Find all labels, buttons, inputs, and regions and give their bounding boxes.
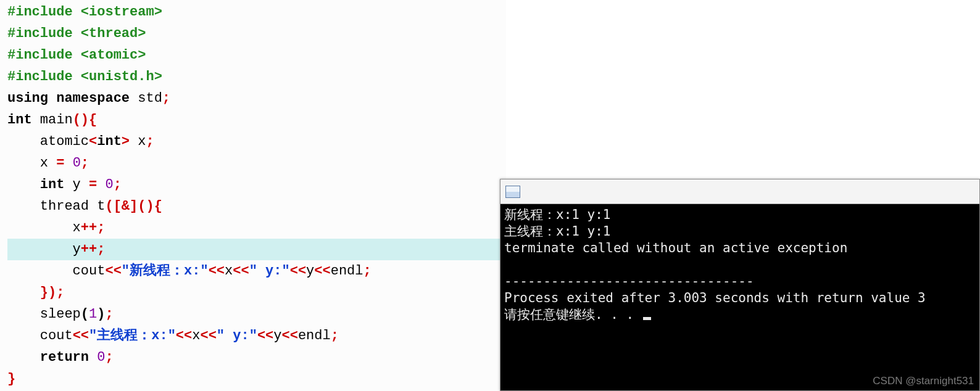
code-token: x bbox=[192, 328, 200, 344]
code-token: int bbox=[7, 112, 32, 128]
code-token: x bbox=[130, 134, 146, 149]
code-line[interactable]: return 0; bbox=[7, 347, 506, 368]
code-token: y bbox=[273, 328, 281, 344]
code-token: (){ bbox=[73, 112, 98, 128]
code-token bbox=[7, 285, 40, 300]
code-line[interactable]: } bbox=[7, 368, 506, 390]
code-token: = bbox=[56, 155, 64, 171]
code-token: ( bbox=[81, 307, 89, 322]
code-line[interactable]: #include <iostream> bbox=[7, 1, 506, 23]
code-line[interactable]: cout<<"主线程：x:"<<x<<" y:"<<y<<endl; bbox=[7, 325, 506, 347]
code-line[interactable]: x++; bbox=[7, 217, 506, 239]
code-token bbox=[64, 155, 72, 171]
code-line[interactable]: using namespace std; bbox=[7, 88, 506, 109]
code-token: ; bbox=[162, 91, 170, 106]
code-token: y bbox=[7, 242, 81, 257]
code-token: x bbox=[225, 263, 233, 279]
code-token: ) bbox=[97, 307, 105, 322]
code-token: " y:" bbox=[217, 328, 257, 344]
code-token: << bbox=[290, 263, 306, 279]
code-token: ; bbox=[146, 134, 154, 149]
cursor-icon bbox=[643, 317, 651, 320]
terminal-line: terminate called without an active excep… bbox=[504, 241, 847, 255]
code-token: std bbox=[130, 91, 162, 106]
code-token: ; bbox=[331, 328, 339, 344]
code-token: << bbox=[200, 328, 216, 344]
code-line[interactable]: }); bbox=[7, 282, 506, 303]
code-line[interactable]: thread t([&](){ bbox=[7, 196, 506, 217]
code-token: ; bbox=[363, 263, 372, 279]
code-token: < bbox=[89, 134, 97, 149]
code-line[interactable]: atomic<int> x; bbox=[7, 131, 506, 152]
code-token bbox=[89, 350, 97, 365]
terminal-line: Process exited after 3.003 seconds with … bbox=[504, 290, 926, 305]
code-line[interactable]: x = 0; bbox=[7, 152, 506, 174]
code-token: ++; bbox=[81, 242, 106, 257]
terminal-titlebar[interactable] bbox=[500, 179, 979, 204]
code-token: ([&](){ bbox=[105, 199, 162, 214]
code-token: } bbox=[7, 371, 15, 387]
code-token: = bbox=[89, 177, 97, 192]
code-line[interactable]: sleep(1); bbox=[7, 303, 506, 325]
code-token: << bbox=[73, 328, 89, 344]
watermark: CSDN @starnight531 bbox=[873, 375, 974, 387]
code-token: << bbox=[209, 263, 225, 279]
code-token: return bbox=[40, 350, 89, 365]
code-editor[interactable]: #include <iostream>#include <thread>#inc… bbox=[0, 0, 506, 391]
code-token: << bbox=[176, 328, 192, 344]
code-token: << bbox=[257, 328, 273, 344]
code-line[interactable]: cout<<"新线程：x:"<<x<<" y:"<<y<<endl; bbox=[7, 260, 506, 282]
code-token: << bbox=[314, 263, 330, 279]
code-line[interactable]: #include <thread> bbox=[7, 23, 506, 44]
code-token: int bbox=[97, 134, 122, 149]
code-token: 0 bbox=[73, 155, 81, 171]
code-token: "主线程：x:" bbox=[89, 328, 176, 344]
code-token: << bbox=[105, 263, 121, 279]
code-token: 0 bbox=[105, 177, 113, 192]
code-token: }); bbox=[40, 285, 65, 300]
terminal-line: 主线程：x:1 y:1 bbox=[504, 224, 611, 239]
code-token: endl bbox=[298, 328, 331, 344]
code-token: << bbox=[281, 328, 297, 344]
code-token: int bbox=[40, 177, 65, 192]
code-token: using namespace bbox=[7, 91, 130, 106]
code-token: << bbox=[233, 263, 249, 279]
code-token: > bbox=[122, 134, 130, 149]
code-token: y bbox=[306, 263, 314, 279]
terminal-app-icon bbox=[505, 186, 520, 198]
code-token: atomic bbox=[7, 134, 89, 149]
code-token: 1 bbox=[89, 307, 97, 322]
code-line[interactable]: int y = 0; bbox=[7, 174, 506, 196]
code-token: main bbox=[32, 112, 73, 128]
code-token bbox=[7, 177, 40, 192]
code-token bbox=[7, 350, 40, 365]
code-token: ; bbox=[81, 155, 89, 171]
terminal-line: 请按任意键继续. . . bbox=[504, 307, 642, 322]
code-token: ++; bbox=[81, 220, 106, 236]
code-token: sleep bbox=[7, 307, 81, 322]
code-token: y bbox=[64, 177, 89, 192]
code-token: " y:" bbox=[249, 263, 290, 279]
code-token: thread t bbox=[7, 199, 105, 214]
code-token: endl bbox=[331, 263, 363, 279]
code-token: #include <thread> bbox=[7, 26, 146, 41]
code-token: "新线程：x:" bbox=[122, 263, 209, 279]
terminal-window: 新线程：x:1 y:1 主线程：x:1 y:1 terminate called… bbox=[500, 179, 980, 391]
code-line[interactable]: #include <atomic> bbox=[7, 44, 506, 66]
code-token bbox=[97, 177, 105, 192]
terminal-output[interactable]: 新线程：x:1 y:1 主线程：x:1 y:1 terminate called… bbox=[500, 204, 979, 390]
code-token: #include <atomic> bbox=[7, 47, 146, 63]
code-token: x bbox=[7, 155, 56, 171]
code-token: cout bbox=[7, 328, 73, 344]
code-token: #include <unistd.h> bbox=[7, 69, 162, 84]
code-token: ; bbox=[105, 307, 113, 322]
code-token: #include <iostream> bbox=[7, 4, 162, 20]
code-line[interactable]: int main(){ bbox=[7, 109, 506, 131]
code-line[interactable]: #include <unistd.h> bbox=[7, 66, 506, 88]
terminal-line: -------------------------------- bbox=[504, 274, 754, 289]
code-token: ; bbox=[114, 177, 122, 192]
code-line[interactable]: y++; bbox=[7, 239, 506, 260]
terminal-line: 新线程：x:1 y:1 bbox=[504, 207, 611, 222]
code-token: 0 bbox=[97, 350, 105, 365]
code-token: x bbox=[7, 220, 81, 236]
